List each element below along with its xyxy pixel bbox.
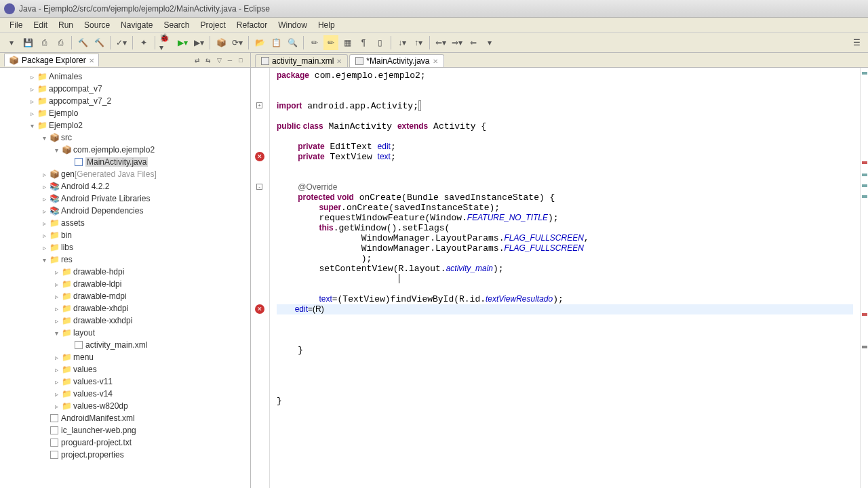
tree-twisty-icon[interactable]: ▹ [52,305,61,312]
toggle-highlight-button[interactable]: ✏ [323,35,338,50]
tree-twisty-icon[interactable]: ▹ [52,268,61,276]
build-all-button[interactable]: 🔨 [92,35,106,50]
tree-twisty-icon[interactable]: ▾ [27,122,37,129]
collapse-all-button[interactable]: ⇄ [193,56,202,65]
menu-window[interactable]: Window [273,19,313,31]
menu-source[interactable]: Source [79,19,115,31]
tree-twisty-icon[interactable]: ▹ [52,378,61,386]
tree-node[interactable]: ▾📁Ejemplo2 [0,119,250,131]
tree-node[interactable]: ▾📁res [0,253,250,266]
tree-node[interactable]: ▹📁Ejemplo [0,107,250,119]
toggle-mark-button[interactable]: ✏ [307,35,322,50]
show-annotations-button[interactable]: ▯ [372,35,387,50]
tree-twisty-icon[interactable]: ▹ [52,366,61,373]
new-wizard-button[interactable]: ✦ [136,35,151,50]
tree-twisty-icon[interactable]: ▹ [39,183,49,190]
fold-icon[interactable]: + [256,102,262,108]
save-all-button[interactable]: ⎙ [37,35,52,50]
close-icon[interactable]: ✕ [89,57,94,64]
error-marker-icon[interactable]: ✕ [255,152,264,161]
link-editor-button[interactable]: ⇆ [203,56,213,65]
menu-navigate[interactable]: Navigate [115,19,158,31]
prev-annotation-button[interactable]: ↑▾ [411,35,426,50]
tree-node[interactable]: ▹📁values [0,363,250,375]
tree-node[interactable]: ▹📁bin [0,229,250,241]
tree-node[interactable]: ▹📁Animales [0,70,250,83]
new-button[interactable]: ▾ [4,35,19,50]
tree-node[interactable]: ▹📁menu [0,351,250,363]
tree-twisty-icon[interactable]: ▹ [52,354,61,361]
tree-node[interactable]: ▹📁drawable-xxhdpi [0,314,250,327]
tree-twisty-icon[interactable]: ▾ [52,146,61,154]
tree-twisty-icon[interactable]: ▾ [52,329,61,337]
maximize-button[interactable]: □ [236,56,245,65]
menu-run[interactable]: Run [53,19,79,31]
build-button[interactable]: 🔨 [75,35,90,50]
tree-twisty-icon[interactable]: ▹ [52,281,61,288]
tree-node[interactable]: ▹📁values-w820dp [0,400,250,412]
tree-node[interactable]: ▹📚Android 4.2.2 [0,180,250,192]
toggle-block-button[interactable]: ▦ [340,35,355,50]
tree-twisty-icon[interactable]: ▹ [27,85,37,93]
close-tab-icon[interactable]: ✕ [433,58,438,65]
last-edit-button[interactable]: ⇐ [466,35,481,50]
minimize-button[interactable]: ─ [225,56,235,65]
save-button[interactable]: 💾 [20,35,35,50]
search-button[interactable]: 🔍 [285,35,300,50]
editor-tab[interactable]: *MainActivity.java✕ [349,54,443,67]
tree-twisty-icon[interactable]: ▹ [27,73,37,81]
next-edit-button[interactable]: ▾ [482,35,497,50]
print-button[interactable]: ⎙ [53,35,68,50]
tree-node[interactable]: ▹📁libs [0,241,250,253]
tree-node[interactable]: ▹📁appcompat_v7_2 [0,95,250,107]
menu-search[interactable]: Search [158,19,195,31]
forward-button[interactable]: ⇒▾ [450,35,465,50]
error-marker-icon[interactable]: ✕ [255,304,264,314]
tree-node[interactable]: ▹📁values-v14 [0,388,250,400]
tree-twisty-icon[interactable]: ▹ [39,207,49,215]
editor-tab[interactable]: activity_main.xml✕ [255,54,348,67]
back-button[interactable]: ⇐▾ [433,35,448,50]
tree-twisty-icon[interactable]: ▾ [39,134,49,142]
tree-node[interactable]: ▹📁appcompat_v7 [0,83,250,95]
tree-twisty-icon[interactable]: ▹ [52,403,61,410]
tree-twisty-icon[interactable]: ▹ [52,293,61,300]
tree-twisty-icon[interactable]: ▹ [27,98,37,105]
open-type-button[interactable]: 📂 [252,35,267,50]
menu-refactor[interactable]: Refactor [231,19,273,31]
tree-node[interactable]: project.properties [0,449,250,461]
tree-node[interactable]: ▾📁layout [0,327,250,339]
tree-twisty-icon[interactable]: ▹ [39,244,49,251]
code-editor[interactable]: package com.ejemplo.ejemplo2; import and… [270,68,860,488]
menu-edit[interactable]: Edit [28,19,53,31]
tree-twisty-icon[interactable]: ▹ [52,317,61,325]
tree-node[interactable]: ▹📁drawable-xhdpi [0,302,250,314]
menu-help[interactable]: Help [313,19,340,31]
project-tree[interactable]: ▹📁Animales▹📁appcompat_v7▹📁appcompat_v7_2… [0,68,250,488]
refresh-button[interactable]: ⟳▾ [230,35,245,50]
tree-node[interactable]: ▾📦com.ejemplo.ejemplo2 [0,144,250,156]
run-last-button[interactable]: ▶▾ [191,35,206,50]
fold-icon[interactable]: - [256,184,262,190]
debug-button[interactable]: 🐞▾ [159,35,174,50]
open-task-button[interactable]: 📋 [269,35,283,50]
overview-ruler[interactable] [860,68,868,488]
close-tab-icon[interactable]: ✕ [336,58,342,65]
check-button[interactable]: ✓▾ [114,35,129,50]
tree-node[interactable]: ▹📦gen [Generated Java Files] [0,168,250,180]
tree-twisty-icon[interactable]: ▹ [27,110,37,117]
tree-node[interactable]: MainActivity.java [0,156,250,168]
tree-node[interactable]: ic_launcher-web.png [0,424,250,436]
package-explorer-tab[interactable]: 📦 Package Explorer ✕ [4,54,99,66]
tree-node[interactable]: ▹📁drawable-mdpi [0,290,250,302]
show-whitespace-button[interactable]: ¶ [356,35,371,50]
new-package-button[interactable]: 📦 [214,35,229,50]
tree-node[interactable]: ▹📁drawable-hdpi [0,266,250,278]
next-annotation-button[interactable]: ↓▾ [395,35,410,50]
menu-file[interactable]: File [4,19,28,31]
tree-node[interactable]: AndroidManifest.xml [0,412,250,424]
tree-twisty-icon[interactable]: ▹ [39,195,49,203]
tree-node[interactable]: proguard-project.txt [0,436,250,449]
tree-node[interactable]: ▹📁values-v11 [0,375,250,388]
tree-node[interactable]: ▹📚Android Private Libraries [0,192,250,205]
